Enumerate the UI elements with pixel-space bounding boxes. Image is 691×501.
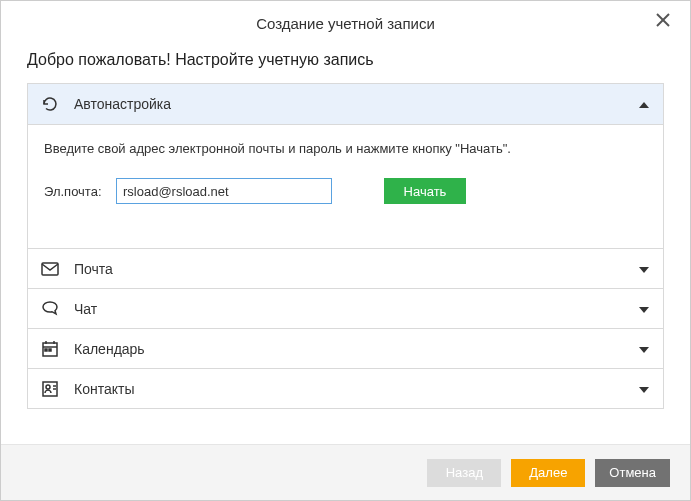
svg-rect-3 [42, 263, 58, 275]
svg-marker-12 [639, 347, 649, 353]
section-contacts-label: Контакты [74, 381, 639, 397]
contacts-icon [40, 379, 60, 399]
caret-down-icon [639, 343, 651, 355]
accordion: Автонастройка Введите свой адрес электро… [27, 83, 664, 409]
titlebar: Создание учетной записи [1, 1, 690, 45]
svg-rect-11 [49, 349, 51, 351]
cancel-button[interactable]: Отмена [595, 459, 670, 487]
dialog-content: Добро пожаловать! Настройте учетную запи… [1, 45, 690, 444]
chat-icon [40, 299, 60, 319]
section-autosetup-body: Введите свой адрес электронной почты и п… [28, 124, 663, 248]
section-autosetup-label: Автонастройка [74, 96, 639, 112]
email-label: Эл.почта: [44, 184, 108, 199]
back-button: Назад [427, 459, 501, 487]
section-contacts-header[interactable]: Контакты [28, 368, 663, 408]
caret-down-icon [639, 383, 651, 395]
email-field[interactable] [116, 178, 332, 204]
close-icon [656, 13, 670, 27]
close-button[interactable] [656, 13, 676, 33]
section-chat-header[interactable]: Чат [28, 288, 663, 328]
svg-marker-17 [639, 387, 649, 393]
dialog-title: Создание учетной записи [256, 15, 435, 32]
caret-up-icon [639, 98, 651, 110]
refresh-icon [40, 94, 60, 114]
calendar-icon [40, 339, 60, 359]
next-button[interactable]: Далее [511, 459, 585, 487]
section-autosetup-header[interactable]: Автонастройка [28, 84, 663, 124]
create-account-dialog: Создание учетной записи Добро пожаловать… [0, 0, 691, 501]
section-chat-label: Чат [74, 301, 639, 317]
dialog-footer: Назад Далее Отмена [1, 444, 690, 500]
svg-rect-10 [45, 349, 47, 351]
welcome-heading: Добро пожаловать! Настройте учетную запи… [27, 51, 664, 69]
svg-marker-4 [639, 267, 649, 273]
svg-point-14 [46, 385, 50, 389]
section-mail-header[interactable]: Почта [28, 248, 663, 288]
section-calendar-header[interactable]: Календарь [28, 328, 663, 368]
autosetup-instruction: Введите свой адрес электронной почты и п… [44, 141, 647, 156]
caret-down-icon [639, 263, 651, 275]
svg-marker-5 [639, 307, 649, 313]
start-button[interactable]: Начать [384, 178, 466, 204]
section-mail-label: Почта [74, 261, 639, 277]
mail-icon [40, 259, 60, 279]
email-row: Эл.почта: Начать [44, 178, 647, 204]
caret-down-icon [639, 303, 651, 315]
section-calendar-label: Календарь [74, 341, 639, 357]
svg-marker-2 [639, 102, 649, 108]
